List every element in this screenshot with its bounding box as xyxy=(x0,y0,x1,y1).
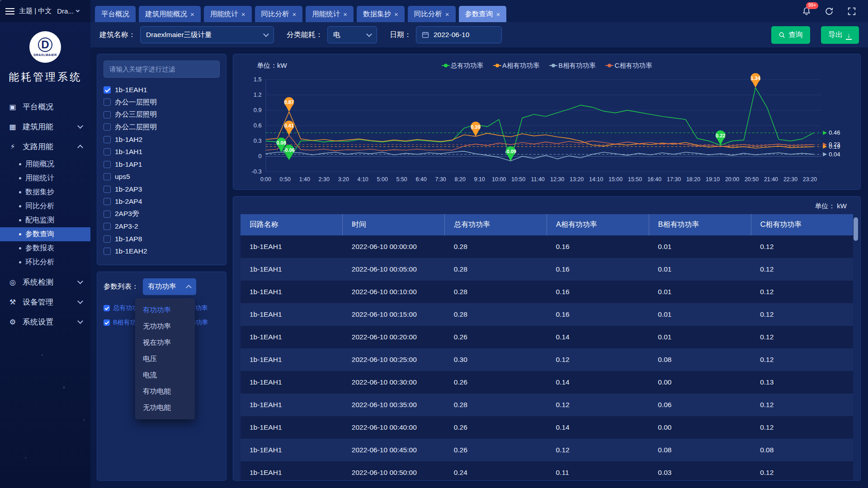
export-button[interactable]: 导出 ↓ xyxy=(821,26,859,44)
tab-close-icon[interactable]: × xyxy=(394,10,398,18)
svg-text:10:00: 10:00 xyxy=(492,176,506,183)
checkbox[interactable] xyxy=(104,86,111,94)
sidebar-subitem-参数查询[interactable]: 参数查询 xyxy=(0,227,90,241)
tab-建筑用能概况[interactable]: 建筑用能概况× xyxy=(139,6,201,22)
dropdown-option-有功电能[interactable]: 有功电能 xyxy=(135,383,195,399)
checkbox[interactable] xyxy=(104,305,110,311)
sidebar-subitem-用能统计[interactable]: 用能统计 xyxy=(0,171,90,185)
sidebar-subitem-同比分析[interactable]: 同比分析 xyxy=(0,199,90,213)
sidebar-item-设备管理[interactable]: ⚒设备管理 xyxy=(0,292,90,312)
checkbox[interactable] xyxy=(104,161,111,168)
checkbox[interactable] xyxy=(104,111,111,118)
tree-item-2AP3旁[interactable]: 2AP3旁 xyxy=(104,208,220,221)
tree-item-1b-1EAH1[interactable]: 1b-1EAH1 xyxy=(104,84,220,96)
tree-item-1b-1AP1[interactable]: 1b-1AP1 xyxy=(104,158,220,171)
tree-item-办公三层照明[interactable]: 办公三层照明 xyxy=(104,108,220,121)
sidebar-subitem-用能概况[interactable]: 用能概况 xyxy=(0,157,90,171)
sidebar-item-系统设置[interactable]: ⚙系统设置 xyxy=(0,312,90,332)
checkbox[interactable] xyxy=(104,173,111,180)
tree-item-1b-2AP3[interactable]: 1b-2AP3 xyxy=(104,183,220,196)
dropdown-option-电压[interactable]: 电压 xyxy=(135,351,195,367)
checkbox[interactable] xyxy=(104,319,110,326)
sidebar-subitem-label: 用能概况 xyxy=(25,160,54,169)
tree-item-2AP3-2[interactable]: 2AP3-2 xyxy=(104,221,220,233)
dropdown-option-有功功率[interactable]: 有功功率 xyxy=(135,302,195,318)
checkbox[interactable] xyxy=(104,223,111,230)
tree-item-1b-2AP4[interactable]: 1b-2AP4 xyxy=(104,196,220,208)
sidebar-subitem-参数报表[interactable]: 参数报表 xyxy=(0,241,90,255)
sidebar-subitem-环比分析[interactable]: 环比分析 xyxy=(0,255,90,269)
tree-item-办公一层照明[interactable]: 办公一层照明 xyxy=(104,96,220,109)
table-cell: 0.00 xyxy=(649,416,751,439)
legend-item-A相有功功率[interactable]: A相有功功率 xyxy=(493,61,539,70)
tab-平台概况[interactable]: 平台概况 xyxy=(95,6,136,22)
tree-item-1b-1AH2[interactable]: 1b-1AH2 xyxy=(104,133,220,146)
tree-item-1b-1AH1[interactable]: 1b-1AH1 xyxy=(104,146,220,159)
sidebar-subitem-数据集抄[interactable]: 数据集抄 xyxy=(0,185,90,199)
legend-item-B相有功功率[interactable]: B相有功功率 xyxy=(549,61,595,70)
tab-同比分析[interactable]: 同比分析× xyxy=(255,6,303,22)
sidebar-item-平台概况[interactable]: ▣平台概况 xyxy=(0,97,90,117)
user-dropdown[interactable]: Dra... xyxy=(57,7,79,15)
sidebar-item-支路用能[interactable]: ⚡支路用能 xyxy=(0,136,90,156)
dropdown-option-无功电能[interactable]: 无功电能 xyxy=(135,399,195,416)
date-picker[interactable]: 2022-06-10 xyxy=(416,26,502,43)
tab-用能统计[interactable]: 用能统计× xyxy=(306,6,354,22)
building-select[interactable]: Draexlmaier三级计量 xyxy=(140,26,274,43)
query-button[interactable]: 查询 xyxy=(771,26,810,44)
sidebar-subitem-配电监测[interactable]: 配电监测 xyxy=(0,213,90,227)
theme-language-switch[interactable]: 主题 | 中文 xyxy=(19,7,52,15)
checkbox[interactable] xyxy=(104,186,111,193)
dropdown-option-无功功率[interactable]: 无功功率 xyxy=(135,318,195,334)
tab-参数查询[interactable]: 参数查询× xyxy=(459,6,507,22)
checkbox[interactable] xyxy=(104,123,111,131)
checkbox[interactable] xyxy=(104,211,111,218)
checkbox[interactable] xyxy=(104,235,111,243)
tree-item-ups5[interactable]: ups5 xyxy=(104,171,220,183)
tab-close-icon[interactable]: × xyxy=(190,10,194,18)
checkbox[interactable] xyxy=(104,248,111,255)
tab-close-icon[interactable]: × xyxy=(496,10,500,18)
svg-text:-0.3: -0.3 xyxy=(252,168,262,175)
tree-item-1b-1AP8[interactable]: 1b-1AP8 xyxy=(104,233,220,245)
svg-text:16:40: 16:40 xyxy=(647,176,661,183)
table-scrollbar-thumb[interactable] xyxy=(854,217,858,241)
energy-type-select[interactable]: 电 xyxy=(327,26,377,43)
tree-item-label: 1b-1EAH2 xyxy=(115,247,147,255)
chart-panel: 单位：kW 总有功功率A相有功功率B相有功功率C相有功功率 -0.300.30.… xyxy=(233,54,861,190)
tab-数据集抄[interactable]: 数据集抄× xyxy=(357,6,405,22)
tab-同比分析[interactable]: 同比分析× xyxy=(408,6,456,22)
menu-hamburger-icon[interactable] xyxy=(5,6,14,16)
tab-close-icon[interactable]: × xyxy=(292,10,297,18)
table-cell: 0.12 xyxy=(751,461,853,481)
tab-close-icon[interactable]: × xyxy=(445,10,449,18)
tree-item-办公二层照明[interactable]: 办公二层照明 xyxy=(104,121,220,134)
tab-close-icon[interactable]: × xyxy=(241,10,245,18)
dropdown-option-视在功率[interactable]: 视在功率 xyxy=(135,334,195,351)
tab-close-icon[interactable]: × xyxy=(343,10,347,18)
chevron-down-icon xyxy=(263,31,269,37)
table-cell: 0.01 xyxy=(649,235,751,258)
notifications-button[interactable]: 99+ xyxy=(801,6,812,17)
tree-item-1b-1EAH2[interactable]: 1b-1EAH2 xyxy=(104,245,220,258)
param-select[interactable]: 有功功率 xyxy=(143,278,196,295)
dropdown-option-电流[interactable]: 电流 xyxy=(135,367,195,383)
tab-用能统计[interactable]: 用能统计× xyxy=(204,6,252,22)
table-cell: 0.14 xyxy=(547,371,649,394)
svg-text:7:30: 7:30 xyxy=(435,176,446,183)
table-cell: 0.16 xyxy=(547,303,649,326)
svg-text:4:10: 4:10 xyxy=(358,176,368,183)
fullscreen-button[interactable] xyxy=(846,6,857,17)
legend-item-总有功功率[interactable]: 总有功功率 xyxy=(442,61,484,70)
readings-table: 回路名称时间总有功功率A相有功功率B相有功功率C相有功功率 1b-1EAH120… xyxy=(241,214,853,481)
sidebar-item-建筑用能[interactable]: ▦建筑用能 xyxy=(0,117,90,136)
refresh-button[interactable] xyxy=(824,6,835,17)
sidebar-item-label: 平台概况 xyxy=(23,102,53,112)
tree-search-input[interactable] xyxy=(104,61,220,78)
checkbox[interactable] xyxy=(104,99,111,106)
checkbox[interactable] xyxy=(104,136,111,143)
checkbox[interactable] xyxy=(104,198,111,205)
checkbox[interactable] xyxy=(104,148,111,155)
sidebar-item-系统检测[interactable]: ◎系统检测 xyxy=(0,272,90,292)
legend-item-C相有功功率[interactable]: C相有功功率 xyxy=(605,61,652,70)
